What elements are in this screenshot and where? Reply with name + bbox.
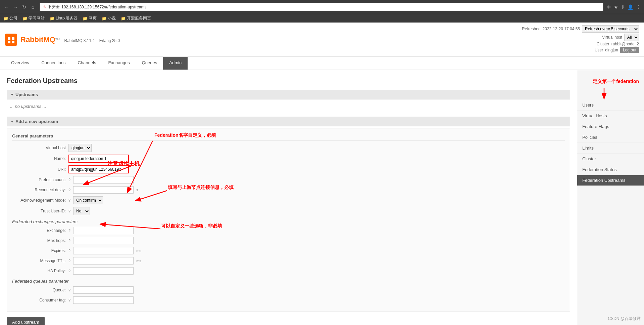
queue-input[interactable] <box>73 286 134 294</box>
refresh-select[interactable]: Refresh every 5 seconds Refresh every 10… <box>582 25 639 33</box>
profile-icon: 👤 <box>628 4 633 10</box>
message-ttl-suffix: ms <box>136 259 141 263</box>
prefetch-input[interactable] <box>73 176 134 184</box>
bookmark-linux[interactable]: 📁 Linux服务器 <box>50 15 78 21</box>
cluster-label: Cluster <box>597 42 609 46</box>
upstreams-section-header[interactable]: ▼ Upstreams <box>7 90 570 99</box>
sidebar-item-users[interactable]: Users <box>577 100 644 111</box>
nav-channels[interactable]: Channels <box>71 57 102 70</box>
consumer-tag-input[interactable] <box>73 296 134 304</box>
prefetch-row: Prefetch count: ? <box>12 176 565 184</box>
home-button[interactable]: ⌂ <box>30 4 36 10</box>
exchange-input[interactable] <box>73 227 134 234</box>
svg-rect-4 <box>12 41 14 43</box>
bookmark-company[interactable]: 📁 公司 <box>3 15 17 21</box>
csdn-watermark: CSDN @百慕倾君 <box>608 316 641 322</box>
menu-icon: ⋮ <box>636 4 641 10</box>
bookmark-novel[interactable]: 📁 小说 <box>102 15 116 21</box>
expires-help-icon: ? <box>68 249 70 253</box>
message-ttl-row: Message TTL: ? ms <box>12 257 565 265</box>
folder-icon-2: 📁 <box>22 16 28 21</box>
sidebar-item-federation-status[interactable]: Federation Status <box>577 164 644 175</box>
ack-mode-help-icon: ? <box>68 198 70 202</box>
prefetch-label: Prefetch count: <box>12 177 66 182</box>
trust-help-icon: ? <box>68 209 70 213</box>
ha-policy-row: HA Policy: ? <box>12 267 565 275</box>
queue-help-icon: ? <box>68 288 70 292</box>
annotation-define-federation: 定义第一个federation <box>577 75 644 86</box>
main-layout: Federation Upstreams ▼ Upstreams ... no … <box>0 70 644 325</box>
reconnect-label: Reconnect delay: <box>12 188 66 192</box>
bookmark-opensource[interactable]: 📁 开源服务网页 <box>121 15 151 21</box>
exchange-row: Exchange: ? <box>12 227 565 234</box>
name-input[interactable] <box>68 155 129 163</box>
cluster-row: Cluster rabbit@node_2 <box>522 42 639 46</box>
ha-policy-label: HA Policy: <box>12 269 66 273</box>
virtual-host-row-form: Virtual host qingjun <box>12 144 565 152</box>
forward-button[interactable]: → <box>12 4 19 10</box>
extensions-icon: ⚛ <box>607 4 611 10</box>
back-button[interactable]: ← <box>3 4 10 10</box>
name-row: Name: <box>12 155 565 163</box>
sidebar-item-policies[interactable]: Policies <box>577 132 644 143</box>
folder-icon-5: 📁 <box>102 16 107 21</box>
browser-chrome: ← → ↻ ⌂ ⚠ 不安全 192.168.130.129:15672/#/fe… <box>0 0 644 14</box>
svg-rect-0 <box>6 35 16 45</box>
svg-rect-1 <box>8 37 10 40</box>
virtual-host-form-label: Virtual host <box>12 146 66 150</box>
sidebar-item-cluster[interactable]: Cluster <box>577 154 644 164</box>
trust-user-id-select[interactable]: No Yes <box>73 207 90 215</box>
user-row: User qingjun Log out <box>522 47 639 53</box>
reconnect-suffix: s <box>136 188 138 192</box>
sidebar-item-feature-flags[interactable]: Feature Flags <box>577 121 644 132</box>
add-upstream-header[interactable]: ▼ Add a new upstream <box>7 117 570 126</box>
bookmark-web[interactable]: 📁 网页 <box>83 15 97 21</box>
ha-policy-input[interactable] <box>73 267 134 275</box>
nav-connections[interactable]: Connections <box>35 57 71 70</box>
uri-input[interactable] <box>68 165 129 173</box>
expires-row: Expires: ? ms <box>12 247 565 254</box>
sidebar-item-virtual-hosts[interactable]: Virtual Hosts <box>577 111 644 121</box>
queue-label: Queue: <box>12 288 66 292</box>
erlang-version-text: Erlang 25.0 <box>99 38 120 43</box>
reconnect-input[interactable] <box>73 186 134 194</box>
nav-queues[interactable]: Queues <box>136 57 163 70</box>
rmq-tm: TM <box>55 37 60 41</box>
bookmark-learning[interactable]: 📁 学习网站 <box>22 15 45 21</box>
max-hops-help-icon: ? <box>68 239 70 243</box>
reload-button[interactable]: ↻ <box>21 4 28 10</box>
rmq-logo: RabbitMQTM RabbitMQ 3.11.4 Erlang 25.0 <box>5 34 120 46</box>
ack-mode-select[interactable]: On confirm On publish No ack <box>73 196 103 204</box>
refresh-row: Refreshed 2022-12-20 17:04:55 Refresh ev… <box>522 25 639 33</box>
message-ttl-input[interactable] <box>73 257 134 265</box>
sidebar-item-federation-upstreams[interactable]: Federation Upstreams <box>577 175 644 186</box>
virtual-host-select[interactable]: All <box>624 34 639 41</box>
consumer-tag-row: Consumer tag: ? <box>12 296 565 304</box>
nav-overview[interactable]: Overview <box>5 57 35 70</box>
sidebar-item-limits[interactable]: Limits <box>577 143 644 154</box>
url-text: 192.168.130.129:15672/#/federation-upstr… <box>61 5 147 9</box>
upstreams-section-label: Upstreams <box>15 92 38 97</box>
security-icon: ⚠ <box>43 5 46 9</box>
add-upstream-arrow-icon: ▼ <box>10 120 14 123</box>
add-upstream-button[interactable]: Add upstream <box>7 317 45 325</box>
name-label: Name: <box>12 156 66 161</box>
nav-exchanges[interactable]: Exchanges <box>102 57 136 70</box>
expires-input[interactable] <box>73 247 134 254</box>
user-value: qingjun <box>605 48 618 52</box>
expires-label: Expires: <box>12 248 66 253</box>
virtual-host-form-select[interactable]: qingjun <box>68 144 92 152</box>
nav-admin[interactable]: Admin <box>163 57 188 70</box>
refreshed-time: 2022-12-20 17:04:55 <box>543 27 580 31</box>
svg-rect-2 <box>12 37 14 40</box>
max-hops-input[interactable] <box>73 237 134 244</box>
browser-right-icons: ⚛ ★ ⇓ 👤 ⋮ <box>607 4 641 10</box>
ack-mode-label: Acknowledgement Mode: <box>12 198 66 203</box>
logout-button[interactable]: Log out <box>620 47 639 53</box>
address-bar[interactable]: ⚠ 不安全 192.168.130.129:15672/#/federation… <box>40 3 603 11</box>
sidebar: 定义第一个federation Users Virtual Hosts Feat… <box>577 70 644 325</box>
user-label: User <box>595 48 603 52</box>
exchange-help-icon: ? <box>68 229 70 233</box>
add-upstream-label: Add a new upstream <box>15 119 58 124</box>
queue-row: Queue: ? <box>12 286 565 294</box>
